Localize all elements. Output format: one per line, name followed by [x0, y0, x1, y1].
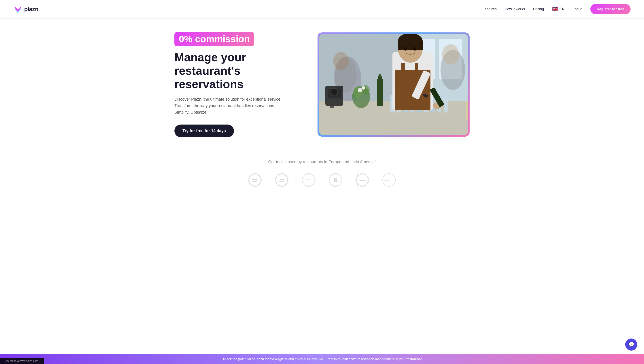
uk-flag-icon	[552, 7, 558, 11]
try-free-button[interactable]: Try for free for 14 days	[174, 124, 234, 137]
restaurant-logo-icon-2: Tavola del Mare	[275, 173, 288, 187]
nav-pricing[interactable]: Pricing	[533, 7, 544, 11]
svg-rect-36	[415, 63, 418, 77]
svg-text:Rise N: Rise N	[306, 178, 310, 180]
svg-rect-52	[330, 104, 334, 108]
svg-text:Le Petit: Le Petit	[252, 179, 258, 180]
svg-rect-54	[466, 101, 468, 119]
lang-selector[interactable]: EN	[552, 7, 564, 11]
social-proof-section: Our tool is used by restaurants in Europ…	[0, 146, 644, 196]
hero-description: Discover Plazn, the ultimate solution fo…	[174, 96, 282, 115]
svg-point-53	[331, 88, 338, 95]
hero-image-frame	[318, 32, 470, 136]
svg-rect-35	[402, 63, 405, 77]
logo-text: plazn	[24, 6, 38, 13]
logo[interactable]: plazn	[14, 5, 38, 14]
svg-rect-24	[444, 95, 448, 112]
restaurant-logo-1: Le Petit Bistrot	[248, 173, 262, 187]
svg-point-33	[413, 47, 416, 51]
svg-text:Brews: Brews	[307, 180, 310, 182]
login-link[interactable]: Log in	[573, 7, 582, 11]
restaurant-logo-icon-1: Le Petit Bistrot	[248, 173, 262, 187]
restaurant-logo-3: Rise N Brews	[302, 173, 315, 187]
svg-text:Bistrot: Bistrot	[253, 180, 258, 182]
svg-point-41	[333, 52, 349, 70]
hero-right	[318, 32, 470, 136]
hero-image	[319, 34, 468, 135]
svg-text:BITE: BITE	[334, 180, 337, 182]
restaurant-logo-6: NAPOLI	[382, 173, 396, 187]
register-button[interactable]: Register for free	[590, 4, 630, 14]
svg-point-64	[330, 174, 341, 186]
hero-section: 0% commission Manage your restaurant's r…	[161, 18, 483, 146]
restaurant-logo-icon-4: BIG BITE	[329, 173, 342, 187]
svg-rect-27	[378, 74, 381, 77]
hero-left: 0% commission Manage your restaurant's r…	[174, 32, 300, 137]
svg-point-47	[358, 88, 362, 92]
nav-how-it-works[interactable]: How it works	[505, 7, 525, 11]
svg-point-43	[442, 44, 459, 64]
svg-text:NAPOLI: NAPOLI	[384, 179, 395, 182]
logos-row: Le Petit Bistrot Tavola del Mare Rise N	[14, 173, 630, 187]
commission-badge: 0% commission	[174, 32, 254, 46]
svg-point-48	[362, 86, 365, 90]
restaurant-logo-icon-6: NAPOLI	[382, 173, 396, 187]
navbar: plazn Features How it works Pricing EN L…	[0, 0, 644, 18]
lang-label: EN	[560, 7, 564, 11]
svg-rect-31	[398, 41, 422, 50]
social-proof-text: Our tool is used by restaurants in Europ…	[14, 160, 630, 164]
hero-title: Manage your restaurant's reservations	[174, 51, 300, 91]
restaurant-logo-2: Tavola del Mare	[275, 173, 288, 187]
restaurant-logo-4: BIG BITE	[329, 173, 342, 187]
restaurant-logo-icon-3: Rise N Brews	[302, 173, 315, 187]
svg-text:del Mare: del Mare	[279, 181, 285, 182]
svg-rect-25	[377, 79, 383, 106]
svg-text:Tropical: Tropical	[360, 179, 365, 181]
svg-text:BIG: BIG	[334, 178, 337, 180]
nav-features[interactable]: Features	[482, 7, 497, 11]
svg-point-61	[303, 174, 314, 186]
restaurant-logo-5: Tropical	[356, 173, 369, 187]
restaurant-logo-icon-5: Tropical	[356, 173, 369, 187]
nav-links: Features How it works Pricing EN Log in …	[482, 4, 630, 14]
svg-text:Tavola: Tavola	[280, 179, 284, 180]
logo-icon	[14, 5, 22, 14]
svg-point-32	[404, 47, 407, 51]
restaurant-scene-svg	[319, 34, 468, 135]
